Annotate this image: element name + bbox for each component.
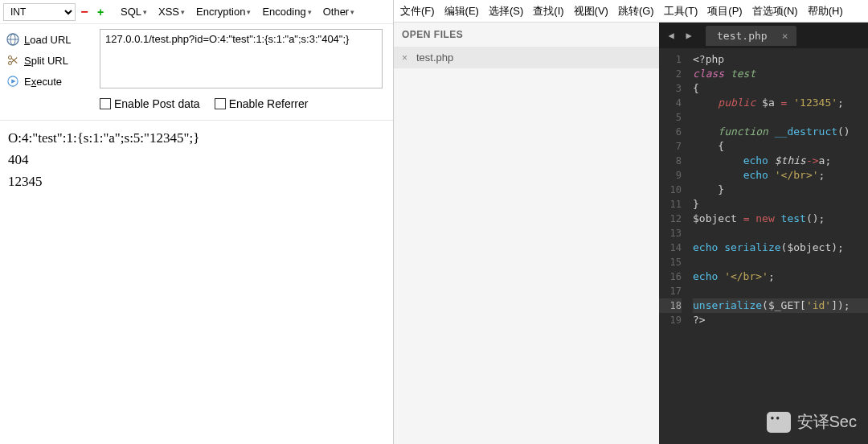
menu-goto[interactable]: 跳转(G) — [615, 4, 657, 18]
load-url-button[interactable]: Load URL — [3, 29, 93, 50]
menu-xss[interactable]: XSS▾ — [154, 6, 190, 18]
watermark-text: 安译Sec — [797, 411, 857, 433]
tab-bar: ◀ ▶ test.php × — [659, 23, 868, 48]
code-editor[interactable]: 12345678910111213141516171819 <?phpclass… — [659, 48, 868, 444]
load-url-label: Load URL — [24, 34, 72, 46]
menu-help[interactable]: 帮助(H) — [805, 4, 846, 18]
minus-button[interactable]: − — [77, 5, 92, 19]
enable-referrer-checkbox[interactable]: Enable Referrer — [215, 97, 309, 110]
watermark: 安译Sec — [767, 411, 857, 433]
output-line: 404 — [8, 149, 385, 171]
open-files-header: OPEN FILES — [394, 23, 659, 47]
enable-post-checkbox[interactable]: Enable Post data — [100, 97, 200, 110]
globe-icon — [6, 33, 19, 46]
menu-view[interactable]: 视图(V) — [571, 4, 612, 18]
code-area[interactable]: <?phpclass test{ public $a = '12345'; fu… — [688, 48, 868, 444]
svg-point-3 — [9, 56, 12, 60]
svg-point-4 — [9, 62, 12, 65]
enable-referrer-label: Enable Referrer — [229, 97, 309, 110]
menu-sql[interactable]: SQL▾ — [116, 6, 152, 18]
split-url-button[interactable]: Split URL — [3, 50, 93, 71]
svg-marker-8 — [11, 79, 15, 83]
svg-line-6 — [11, 58, 17, 63]
svg-line-5 — [11, 58, 17, 63]
split-url-label: Split URL — [24, 55, 68, 67]
tab-testphp[interactable]: test.php × — [706, 26, 796, 46]
checkbox-icon — [215, 98, 226, 109]
menu-tools[interactable]: 工具(T) — [661, 4, 702, 18]
open-file-name: test.php — [416, 51, 453, 64]
hackbar-toolbar: INT − + SQL▾ XSS▾ Encryption▾ Encoding▾ … — [0, 0, 393, 24]
sublime-menubar: 文件(F) 编辑(E) 选择(S) 查找(I) 视图(V) 跳转(G) 工具(T… — [394, 0, 868, 23]
close-icon[interactable]: × — [782, 30, 788, 42]
tab-label: test.php — [717, 30, 768, 42]
menu-preferences[interactable]: 首选项(N) — [749, 4, 801, 18]
wechat-icon — [767, 412, 791, 433]
url-input[interactable]: 127.0.0.1/test.php?id=O:4:"test":1:{s:1:… — [100, 29, 383, 88]
menu-encoding[interactable]: Encoding▾ — [257, 6, 316, 18]
nav-forward-icon[interactable]: ▶ — [682, 28, 696, 43]
play-icon — [6, 75, 19, 88]
menu-select[interactable]: 选择(S) — [485, 4, 526, 18]
execute-button[interactable]: Execute — [3, 71, 93, 92]
menu-other[interactable]: Other▾ — [318, 6, 360, 18]
execute-label: Execute — [24, 76, 62, 88]
enable-post-label: Enable Post data — [114, 97, 200, 110]
menu-edit[interactable]: 编辑(E) — [441, 4, 482, 18]
plus-button[interactable]: + — [93, 5, 108, 19]
output-line: 12345 — [8, 171, 385, 192]
close-icon[interactable]: × — [402, 52, 411, 64]
nav-back-icon[interactable]: ◀ — [664, 28, 678, 43]
menu-file[interactable]: 文件(F) — [397, 4, 438, 18]
output-area: O:4:"test":1:{s:1:"a";s:5:"12345";} 404 … — [0, 121, 393, 199]
checkbox-icon — [100, 98, 111, 109]
open-file-item[interactable]: × test.php — [394, 47, 659, 68]
output-line: O:4:"test":1:{s:1:"a";s:5:"12345";} — [8, 127, 385, 149]
menu-encryption[interactable]: Encryption▾ — [191, 6, 256, 18]
menu-project[interactable]: 项目(P) — [704, 4, 745, 18]
line-gutter: 12345678910111213141516171819 — [659, 48, 688, 444]
menu-find[interactable]: 查找(I) — [530, 4, 567, 18]
int-dropdown[interactable]: INT — [3, 3, 76, 21]
scissors-icon — [6, 54, 19, 67]
